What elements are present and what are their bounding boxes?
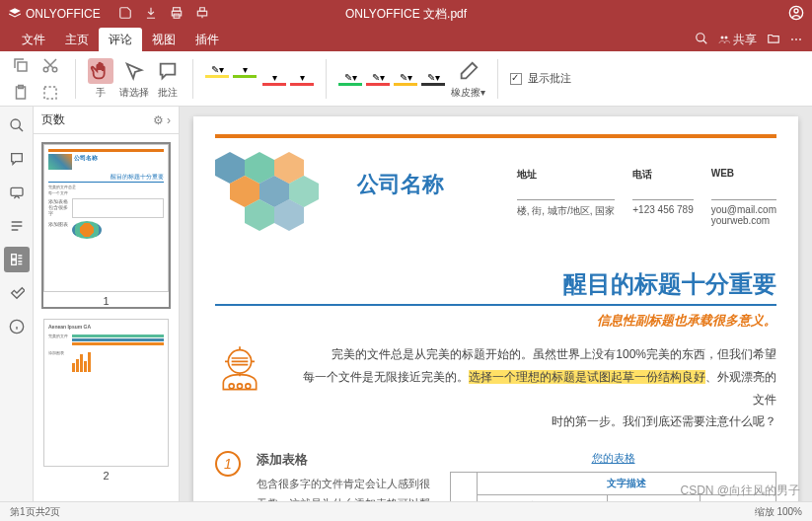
menu-review[interactable]: 评论 xyxy=(99,28,142,52)
eraser-button[interactable] xyxy=(456,58,481,84)
strike-red-button[interactable]: ▾ xyxy=(290,72,314,86)
document-viewport[interactable]: 公司名称 地址 电话 WEB 楼, 街, 城市/地区, 国家 +123 456 … xyxy=(180,107,812,501)
thumbnail-list: 公司名称 醒目的标题十分重要 完美的文件总是每一个文件 添加表格包含很多字 添加… xyxy=(34,134,179,501)
user-avatar-icon[interactable] xyxy=(788,5,804,24)
show-comments-checkbox[interactable] xyxy=(510,73,522,85)
highlighted-text: 选择一个理想的标题是试图起草一份结构良好 xyxy=(469,370,705,384)
print-icon[interactable] xyxy=(170,6,184,23)
svg-point-6 xyxy=(697,33,704,40)
svg-rect-14 xyxy=(44,87,56,99)
comments-panel-icon[interactable] xyxy=(4,146,30,172)
quickprint-icon[interactable] xyxy=(195,6,209,23)
pen-yellow-button[interactable]: ✎▾ xyxy=(394,72,417,86)
thumbnail-panel: 页数 ⚙ › 公司名称 醒目的标题十分重要 完美的文件总是每一个文件 添加表格包… xyxy=(34,107,180,501)
svg-point-5 xyxy=(794,9,798,13)
copy-button[interactable] xyxy=(8,52,34,78)
paste-button[interactable] xyxy=(8,80,34,106)
info-icon[interactable] xyxy=(4,314,30,339)
underline-red-button[interactable]: ▾ xyxy=(262,72,286,86)
select-tool-label: 请选择 xyxy=(119,86,149,100)
more-icon[interactable]: ⋯ xyxy=(790,33,802,46)
app-logo: ONLYOFFICE xyxy=(8,7,101,21)
cut-button[interactable] xyxy=(37,52,63,78)
menu-plugins[interactable]: 插件 xyxy=(185,28,229,52)
svg-rect-16 xyxy=(11,187,23,195)
main-area: 页数 ⚙ › 公司名称 醒目的标题十分重要 完美的文件总是每一个文件 添加表格包… xyxy=(0,107,812,501)
svg-point-8 xyxy=(725,37,728,39)
menu-home[interactable]: 主页 xyxy=(55,28,99,52)
thumbnail-panel-header: 页数 ⚙ › xyxy=(34,107,179,134)
svg-point-7 xyxy=(721,37,724,39)
pen-black-button[interactable]: ✎▾ xyxy=(421,72,445,86)
hand-tool-button[interactable] xyxy=(88,58,113,84)
company-name: 公司名称 xyxy=(357,152,444,241)
zoom-level[interactable]: 缩放 100% xyxy=(755,505,802,519)
headings-panel-icon[interactable] xyxy=(4,213,30,239)
select-all-button[interactable] xyxy=(37,80,63,106)
body-icon xyxy=(215,343,270,433)
titlebar: ONLYOFFICE ONLYOFFICE 文档.pdf xyxy=(0,0,812,28)
body-text: 完美的文件总是从完美的标题开始的。虽然世界上没有100%完美的东西，但我们希望 … xyxy=(292,343,776,433)
menu-view[interactable]: 视图 xyxy=(142,28,185,52)
show-comments-label: 显示批注 xyxy=(528,71,571,86)
left-sidebar xyxy=(0,107,34,501)
svg-point-31 xyxy=(246,384,251,389)
gear-icon[interactable]: ⚙ › xyxy=(153,113,171,127)
highlight-yellow-button[interactable]: ✎▾ xyxy=(205,64,229,78)
table-title-link: 您的表格 xyxy=(450,451,776,466)
svg-point-29 xyxy=(229,384,234,389)
thumbnail-page-2[interactable]: Aenean Ipsum GA 完美的文件 添加图表 2 xyxy=(41,317,171,484)
svg-point-30 xyxy=(238,384,243,389)
show-comments-toggle[interactable]: 显示批注 xyxy=(510,71,571,86)
pen-green-button[interactable]: ✎▾ xyxy=(338,72,362,86)
section-number: 1 xyxy=(215,451,241,477)
svg-rect-17 xyxy=(11,255,16,260)
page-accent-bar xyxy=(215,134,776,138)
folder-icon[interactable] xyxy=(767,32,780,48)
hand-tool-label: 手 xyxy=(96,86,106,100)
document-page: 公司名称 地址 电话 WEB 楼, 街, 城市/地区, 国家 +123 456 … xyxy=(193,116,798,501)
comment-button[interactable] xyxy=(155,58,181,84)
search-icon[interactable] xyxy=(695,32,708,48)
thumbnail-2-number: 2 xyxy=(43,470,169,482)
section-heading: 添加表格 xyxy=(257,451,434,469)
thumbnail-page-1[interactable]: 公司名称 醒目的标题十分重要 完美的文件总是每一个文件 添加表格包含很多字 添加… xyxy=(41,142,171,309)
pen-red-button[interactable]: ✎▾ xyxy=(366,72,390,86)
section-text: 包含很多字的文件肯定会让人感到很无趣。这就是为什么添加表格可以帮助提供一个更好的… xyxy=(257,475,434,501)
select-tool-button[interactable] xyxy=(121,58,147,84)
statusbar: 第1页共2页 缩放 100% xyxy=(0,501,812,521)
watermark: CSDN @向往风的男子 xyxy=(680,483,800,499)
eraser-label: 橡皮擦▾ xyxy=(451,86,485,100)
document-title: ONLYOFFICE 文档.pdf xyxy=(345,6,467,23)
page-count: 第1页共2页 xyxy=(10,505,60,519)
page-subhead: 信息性副标题也承载很多意义。 xyxy=(215,312,776,330)
thumbnail-1-number: 1 xyxy=(43,295,169,307)
highlight-green-button[interactable]: ▾ xyxy=(233,64,257,78)
search-panel-icon[interactable] xyxy=(4,112,30,138)
download-icon[interactable] xyxy=(144,6,158,23)
share-button[interactable]: 共享 xyxy=(718,32,757,48)
hex-graphic xyxy=(215,152,343,241)
page-headline: 醒目的标题十分重要 xyxy=(215,268,776,306)
chat-panel-icon[interactable] xyxy=(4,180,30,205)
thumbnail-panel-title: 页数 xyxy=(41,112,65,128)
comment-label: 批注 xyxy=(158,86,178,100)
menu-file[interactable]: 文件 xyxy=(12,28,55,52)
menubar: 文件 主页 评论 视图 插件 共享 ⋯ xyxy=(0,28,812,51)
svg-rect-18 xyxy=(11,260,16,265)
toolbar: 手 请选择 批注 ✎▾ ▾ ▾ ▾ ✎▾ ✎▾ ✎▾ ✎▾ 橡皮擦▾ xyxy=(0,51,812,107)
titlebar-quick-icons xyxy=(118,6,209,23)
svg-rect-3 xyxy=(197,11,206,16)
svg-point-15 xyxy=(11,119,20,128)
company-info: 地址 电话 WEB 楼, 街, 城市/地区, 国家 +123 456 789 y… xyxy=(517,152,776,241)
thumbnails-panel-icon[interactable] xyxy=(4,247,30,272)
feedback-icon[interactable] xyxy=(4,280,30,306)
svg-rect-9 xyxy=(18,62,27,71)
save-icon[interactable] xyxy=(118,6,132,23)
app-name: ONLYOFFICE xyxy=(26,7,101,21)
